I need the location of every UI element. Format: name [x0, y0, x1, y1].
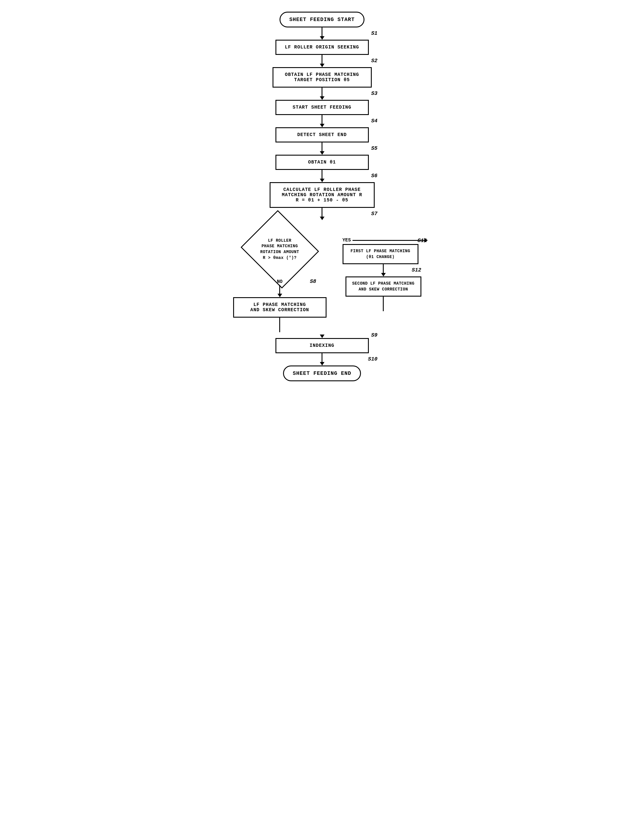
s1-label: S1 — [371, 30, 378, 36]
arrow-to-s5 — [322, 143, 322, 151]
s6-node: CALCULATE LF ROLLER PHASE MATCHING ROTAT… — [269, 182, 375, 208]
arrowhead-4 — [320, 124, 324, 127]
yes-branch: YES — [343, 238, 424, 243]
merge-area — [220, 332, 424, 338]
arrowhead-3 — [320, 96, 324, 100]
arrowhead-6 — [320, 179, 324, 182]
yes-label: YES — [343, 238, 351, 243]
branch-area: LF ROLLER PHASE MATCHING ROTATION AMOUNT… — [220, 220, 424, 332]
s7-label: S7 — [371, 211, 378, 217]
s10-label: S10 — [368, 356, 377, 362]
s6-label: S6 — [371, 173, 378, 179]
s4-node: DETECT SHEET END — [276, 127, 369, 143]
no-branch: NO S8 — [220, 278, 340, 297]
flowchart: SHEET FEEDING START S1 LF ROLLER ORIGIN … — [220, 12, 424, 381]
left-branch: LF ROLLER PHASE MATCHING ROTATION AMOUNT… — [220, 220, 340, 332]
arrow-to-s10 — [322, 353, 322, 362]
arrowhead-5 — [320, 151, 324, 155]
s12-node: SECOND LF PHASE MATCHING AND SKEW CORREC… — [345, 276, 421, 296]
s2-label: S2 — [371, 58, 378, 64]
s11-area: S11 FIRST LF PHASE MATCHING (θ1 CHANGE) — [343, 244, 424, 264]
end-node: SHEET FEEDING END — [283, 365, 361, 381]
arrowhead-2 — [320, 64, 324, 67]
arrow-to-s6 — [322, 170, 322, 179]
arrowhead-1 — [320, 36, 324, 40]
arrowhead-10 — [320, 362, 324, 365]
s9-area: S9 INDEXING — [220, 338, 424, 353]
arrow-to-s7 — [322, 208, 322, 217]
arrow-to-s4 — [322, 115, 322, 124]
arrow-from-s8 — [279, 318, 280, 332]
s7-diamond: LF ROLLER PHASE MATCHING ROTATION AMOUNT… — [245, 220, 315, 278]
arrow-to-s2 — [322, 55, 322, 64]
arrow-to-s3 — [322, 87, 322, 96]
s5-node: OBTAIN θ1 — [276, 155, 369, 170]
s3-label: S3 — [371, 90, 378, 96]
start-node: SHEET FEEDING START — [279, 12, 364, 28]
s8-label: S8 — [310, 278, 316, 285]
s5-label: S5 — [371, 145, 378, 151]
arrowhead-7 — [320, 217, 324, 220]
s4-label: S4 — [371, 118, 378, 124]
s2-node: OBTAIN LF PHASE MATCHING TARGET POSITION… — [273, 67, 372, 87]
s9-node: INDEXING — [276, 338, 369, 353]
s8-node: LF PHASE MATCHING AND SKEW CORRECTION — [233, 297, 327, 318]
s3-node: START SHEET FEEDING — [276, 100, 369, 115]
s1-node: LF ROLLER ORIGIN SEEKING — [276, 40, 369, 55]
s11-node: FIRST LF PHASE MATCHING (θ1 CHANGE) — [343, 244, 419, 264]
s11-label: S11 — [417, 238, 427, 243]
s9-label: S9 — [371, 332, 378, 338]
s12-label: S12 — [412, 267, 421, 273]
arrow-to-s1 — [322, 28, 322, 36]
no-label: NO — [277, 279, 283, 285]
right-branch: YES S11 FIRST LF PHASE MATCHING (θ1 CHAN… — [343, 238, 424, 311]
